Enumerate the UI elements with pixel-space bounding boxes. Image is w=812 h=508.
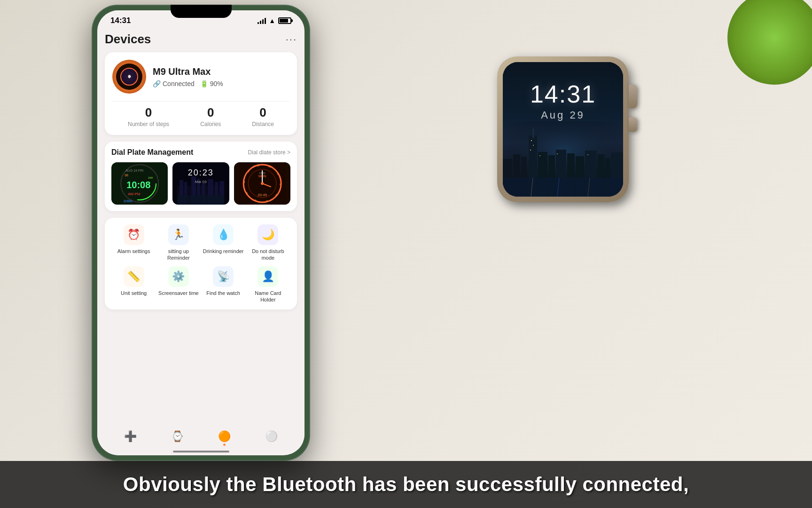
dnd-icon: 🌙 xyxy=(258,224,278,245)
dnd-label: Do not disturb mode xyxy=(247,248,289,262)
face-2-inner: 20:23 Mar 03 xyxy=(172,162,229,205)
find-watch-label: Find the watch xyxy=(206,290,240,296)
unit-icon: 📏 xyxy=(124,266,144,287)
watch-face-1[interactable]: AUG 24 FRI 10:08 AM PM 10860 98 240 xyxy=(111,162,168,205)
connected-text: Connected xyxy=(163,80,195,87)
svg-rect-19 xyxy=(177,195,224,205)
calories-value: 0 xyxy=(200,105,221,120)
watch-crown xyxy=(629,85,637,108)
alarm-label: Alarm settings xyxy=(117,248,150,254)
watch-nav-icon: ⌚ xyxy=(171,430,184,443)
unit-label: Unit setting xyxy=(121,290,147,296)
watch-face-2[interactable]: 20:23 Mar 03 xyxy=(172,162,229,205)
status-icons: ▲ xyxy=(258,17,291,24)
device-info: ⌚ M9 Ultra Max 🔗 Connected xyxy=(112,60,289,94)
app-content: Devices ··· ⌚ M9 Ultra Max xyxy=(97,28,304,450)
menu-item-namecard[interactable]: 👤 Name Card Holder xyxy=(247,266,289,303)
svg-rect-50 xyxy=(539,155,540,156)
dial-plate-section: Dial Plate Management Dial dlate store >… xyxy=(105,142,297,211)
svg-text:10:08: 10:08 xyxy=(126,180,150,190)
namecard-label: Name Card Holder xyxy=(247,290,289,303)
sitting-label: sitting up Reminder xyxy=(158,248,199,262)
app-header: Devices ··· xyxy=(105,28,297,52)
battery-icon xyxy=(278,17,291,24)
device-card[interactable]: ⌚ M9 Ultra Max 🔗 Connected xyxy=(105,52,297,135)
watch-face-3[interactable]: MON DDD 20:45 xyxy=(234,162,290,205)
watch-face-display: ⌚ xyxy=(116,64,142,90)
battery-small-icon: 🔋 xyxy=(200,80,208,87)
connected-badge: 🔗 Connected xyxy=(153,80,195,87)
svg-rect-51 xyxy=(557,153,558,154)
svg-text:AUG 24 FRI: AUG 24 FRI xyxy=(125,169,143,172)
svg-text:Mar 03: Mar 03 xyxy=(195,180,207,184)
watch-faces-row: AUG 24 FRI 10:08 AM PM 10860 98 240 xyxy=(111,162,290,205)
device-image: ⌚ xyxy=(112,60,146,94)
screensaver-label: Screensaver time xyxy=(158,290,199,296)
profile-icon: ⚪ xyxy=(265,430,278,443)
watch-date-display: Aug 29 xyxy=(503,109,623,121)
profile-dot xyxy=(270,444,273,446)
menu-item-find-watch[interactable]: 📡 Find the watch xyxy=(203,266,244,303)
face-1-inner: AUG 24 FRI 10:08 AM PM 10860 98 240 xyxy=(111,162,168,205)
find-watch-icon: 📡 xyxy=(213,266,234,287)
stat-steps: 0 Number of steps xyxy=(128,105,169,127)
steps-label: Number of steps xyxy=(128,121,169,127)
signal-icon xyxy=(258,17,266,24)
menu-item-dnd[interactable]: 🌙 Do not disturb mode xyxy=(247,224,289,262)
device-name: M9 Ultra Max xyxy=(153,66,289,77)
status-time: 14:31 xyxy=(110,16,131,25)
stats-row: 0 Number of steps 0 Calories 0 Distance xyxy=(112,101,289,127)
device-text: M9 Ultra Max 🔗 Connected 🔋 90% xyxy=(153,66,289,87)
watch-time-display: 14:31 xyxy=(503,80,623,108)
svg-text:20:45: 20:45 xyxy=(258,193,267,197)
phone-case: 14:31 ▲ Devi xyxy=(92,5,310,461)
svg-rect-37 xyxy=(532,128,534,138)
nav-health-button[interactable]: ➕ xyxy=(124,430,137,446)
svg-point-29 xyxy=(261,182,264,185)
svg-text:240: 240 xyxy=(148,176,153,179)
alarm-icon: ⏰ xyxy=(124,224,144,245)
watch-side-button xyxy=(629,118,637,132)
nav-profile-button[interactable]: ⚪ xyxy=(265,430,278,446)
phone-screen: 14:31 ▲ Devi xyxy=(97,10,304,455)
svg-rect-49 xyxy=(530,150,531,151)
battery-value: 90% xyxy=(210,80,223,87)
subtitle-bar: Obviously the Bluetooth has been success… xyxy=(0,461,812,508)
watch-face-inner: ⌚ xyxy=(120,68,138,86)
health-icon: ➕ xyxy=(124,430,137,443)
dial-plate-header: Dial Plate Management Dial dlate store > xyxy=(111,148,290,157)
wifi-icon: ▲ xyxy=(269,17,275,24)
stat-distance: 0 Distance xyxy=(252,105,274,127)
nav-watch-button[interactable]: ⌚ xyxy=(171,430,184,446)
svg-text:10860: 10860 xyxy=(123,199,133,203)
menu-row-2: 📏 Unit setting ⚙️ Screensaver time 📡 Fin… xyxy=(111,266,290,303)
menu-item-drinking[interactable]: 💧 Drinking reminder xyxy=(203,224,244,262)
phone-device: 14:31 ▲ Devi xyxy=(92,5,310,461)
app-title: Devices xyxy=(105,32,151,47)
devices-dot xyxy=(223,444,226,446)
distance-label: Distance xyxy=(252,121,274,127)
stat-calories: 0 Calories xyxy=(200,105,221,127)
svg-rect-48 xyxy=(533,145,534,146)
svg-rect-47 xyxy=(531,140,532,141)
smartwatch-screen: 14:31 Aug 29 xyxy=(503,62,623,197)
menu-item-unit[interactable]: 📏 Unit setting xyxy=(113,266,155,303)
dial-store-link[interactable]: Dial dlate store > xyxy=(248,149,290,156)
city-skyline xyxy=(503,121,623,197)
nav-devices-button[interactable]: 🟠 xyxy=(218,430,231,446)
sitting-icon: 🏃 xyxy=(168,224,189,245)
screensaver-icon: ⚙️ xyxy=(168,266,189,287)
device-status-row: 🔗 Connected 🔋 90% xyxy=(153,80,289,87)
menu-item-alarm[interactable]: ⏰ Alarm settings xyxy=(113,224,155,262)
svg-text:AM PM: AM PM xyxy=(128,192,141,196)
svg-rect-52 xyxy=(587,154,588,155)
svg-rect-53 xyxy=(503,178,623,197)
calories-label: Calories xyxy=(200,121,221,127)
battery-percentage: 🔋 90% xyxy=(200,80,223,87)
menu-item-sitting[interactable]: 🏃 sitting up Reminder xyxy=(158,224,199,262)
health-dot xyxy=(129,444,132,446)
more-options-button[interactable]: ··· xyxy=(286,33,297,46)
menu-item-screensaver[interactable]: ⚙️ Screensaver time xyxy=(158,266,199,303)
drinking-icon: 💧 xyxy=(213,224,234,245)
face-3-inner: MON DDD 20:45 xyxy=(234,162,290,205)
